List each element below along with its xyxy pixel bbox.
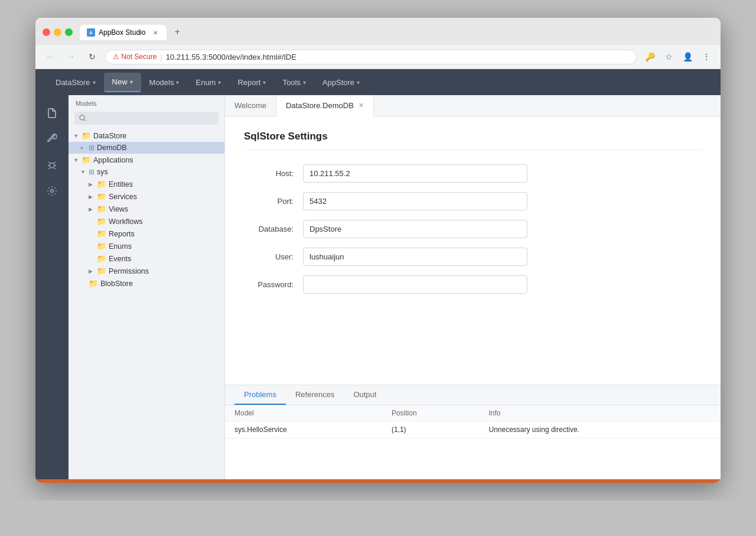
tree-node-entities[interactable]: ▶ 📁 Entities <box>69 178 224 190</box>
svg-point-2 <box>80 115 84 120</box>
tab-close-button[interactable]: ✕ <box>151 28 159 37</box>
tab-welcome[interactable]: Welcome <box>225 95 276 116</box>
col-model: Model <box>225 405 382 421</box>
col-position: Position <box>382 405 480 421</box>
port-label: Port: <box>244 197 303 206</box>
chevron-down-icon: ▼ <box>73 133 79 139</box>
search-input[interactable] <box>90 114 214 122</box>
back-button[interactable]: ← <box>41 48 58 65</box>
tree-node-services[interactable]: ▶ 📁 Services <box>69 190 224 203</box>
form-row-database: Database: <box>244 220 702 238</box>
tree-node-sys[interactable]: ▼ ⊞ sys <box>69 166 224 178</box>
chevron-right-icon: ▶ <box>89 268 94 274</box>
chevron-icon: ▾ <box>303 79 306 86</box>
tree-node-datastore[interactable]: ▼ 📁 DataStore <box>69 129 224 142</box>
bottom-panel: Problems References Output <box>225 385 721 479</box>
forward-button[interactable]: → <box>63 48 79 65</box>
settings-area: SqlStore Settings Host: Port: Database: <box>225 116 721 385</box>
port-input[interactable] <box>303 192 527 210</box>
folder-icon: 📁 <box>97 204 106 213</box>
menu-datastore[interactable]: DataStore ▾ <box>47 73 104 92</box>
form-row-user: User: <box>244 248 702 266</box>
folder-icon: 📁 <box>97 254 106 263</box>
form-row-password: Password: <box>244 275 702 294</box>
menu-enum[interactable]: Enum ▾ <box>187 73 229 92</box>
col-info: Info <box>480 405 721 421</box>
close-button[interactable] <box>43 28 50 36</box>
password-input[interactable] <box>303 275 527 294</box>
user-input[interactable] <box>303 248 527 266</box>
folder-icon: 📁 <box>97 242 106 251</box>
host-input[interactable] <box>303 164 527 183</box>
tree-content: ▼ 📁 DataStore ▪ ⊞ DemoDB ▼ 📁 Application… <box>69 129 224 479</box>
chevron-icon: ▾ <box>218 79 221 86</box>
key-icon[interactable]: 🔑 <box>641 48 658 65</box>
tab-output[interactable]: Output <box>344 385 386 405</box>
svg-point-1 <box>51 190 54 193</box>
menu-models[interactable]: Models ▾ <box>141 73 188 92</box>
maximize-button[interactable] <box>65 28 73 36</box>
menu-icon[interactable]: ⋮ <box>698 48 715 65</box>
tree-node-applications[interactable]: ▼ 📁 Applications <box>69 154 224 166</box>
tree-node-events[interactable]: 📁 Events <box>69 252 224 265</box>
tree-node-permissions[interactable]: ▶ 📁 Permissions <box>69 265 224 277</box>
tab-close-icon[interactable]: ✕ <box>359 102 364 109</box>
new-tab-button[interactable]: + <box>169 24 185 40</box>
main-content: Welcome DataStore.DemoDB ✕ SqlStore Sett… <box>225 95 721 479</box>
tree-header: Models <box>69 95 224 112</box>
wrench-icon-btn[interactable] <box>41 128 63 150</box>
db-icon: ▪ <box>80 144 86 152</box>
status-bar <box>35 479 721 483</box>
chevron-right-icon: ▶ <box>89 206 94 212</box>
folder-icon: 📁 <box>97 192 106 201</box>
folder-icon: 📁 <box>97 229 106 238</box>
tab-datastore-demodb[interactable]: DataStore.DemoDB ✕ <box>276 95 374 116</box>
address-input[interactable]: ⚠ Not Secure | 10.211.55.3:5000/dev/inde… <box>105 50 637 64</box>
reload-button[interactable]: ↻ <box>84 48 100 65</box>
menu-new[interactable]: New ▾ <box>104 73 141 92</box>
address-bar: ← → ↻ ⚠ Not Secure | 10.211.55.3:5000/de… <box>35 45 721 69</box>
svg-point-0 <box>50 163 54 168</box>
profile-icon[interactable]: 👤 <box>679 48 696 65</box>
user-label: User: <box>244 252 303 261</box>
file-icon-btn[interactable] <box>41 102 63 124</box>
title-bar: A AppBox Studio ✕ + <box>35 18 721 45</box>
tree-node-enums[interactable]: 📁 Enums <box>69 240 224 252</box>
grid-icon: ⊞ <box>89 168 94 176</box>
icon-sidebar <box>35 95 69 479</box>
tab-problems[interactable]: Problems <box>234 385 286 405</box>
menu-bar: DataStore ▾ New ▾ Models ▾ Enum ▾ Report… <box>35 69 721 95</box>
bug-icon-btn[interactable] <box>41 154 63 176</box>
tree-node-demodb[interactable]: ▪ ⊞ DemoDB <box>69 142 224 154</box>
not-secure-indicator: ⚠ Not Secure <box>113 53 157 61</box>
tree-node-workflows[interactable]: 📁 Workflows <box>69 215 224 228</box>
panel-content: Model Position Info sys.HelloService (1,… <box>225 405 721 479</box>
chevron-right-icon: ▶ <box>89 181 94 187</box>
menu-report[interactable]: Report ▾ <box>229 73 274 92</box>
database-label: Database: <box>244 225 303 233</box>
browser-tab[interactable]: A AppBox Studio ✕ <box>80 25 167 40</box>
settings-icon-btn[interactable] <box>41 180 63 202</box>
menu-appstore[interactable]: AppStore ▾ <box>314 73 368 92</box>
problems-table: Model Position Info sys.HelloService (1,… <box>225 405 721 438</box>
db-symbol-icon: ⊞ <box>89 144 94 152</box>
database-input[interactable] <box>303 220 527 238</box>
minimize-button[interactable] <box>54 28 61 36</box>
tab-title: AppBox Studio <box>99 28 145 37</box>
tree-node-views[interactable]: ▶ 📁 Views <box>69 203 224 215</box>
chevron-icon: ▾ <box>93 79 96 86</box>
bookmark-icon[interactable]: ☆ <box>660 48 677 65</box>
editor-tabs: Welcome DataStore.DemoDB ✕ <box>225 95 721 116</box>
search-icon <box>79 115 86 122</box>
tab-references[interactable]: References <box>286 385 344 405</box>
folder-icon: 📁 <box>89 279 98 288</box>
tab-favicon: A <box>87 28 95 37</box>
tree-node-blobstore[interactable]: 📁 BlobStore <box>69 277 224 290</box>
chevron-down-icon: ▼ <box>80 169 86 175</box>
menu-tools[interactable]: Tools ▾ <box>274 73 314 92</box>
settings-title: SqlStore Settings <box>244 131 702 150</box>
chevron-down-icon: ▼ <box>73 157 79 163</box>
tree-search[interactable] <box>74 112 219 125</box>
browser-window: A AppBox Studio ✕ + ← → ↻ ⚠ Not Secure |… <box>35 18 721 483</box>
tree-node-reports[interactable]: 📁 Reports <box>69 228 224 240</box>
